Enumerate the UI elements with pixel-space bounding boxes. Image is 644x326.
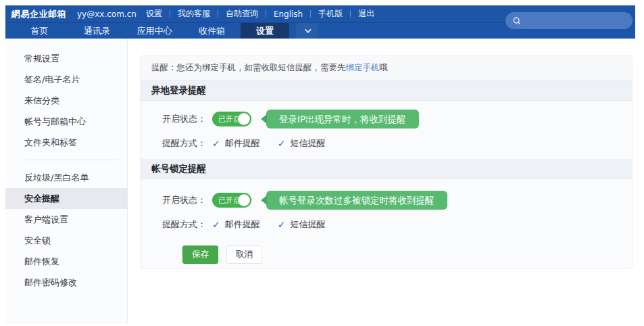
tab-home[interactable]: 首页 [11,23,68,39]
topbar-link-english[interactable]: English [271,9,305,19]
notice-suffix: 哦 [380,62,389,74]
chevron-down-icon [304,26,311,33]
notice-text: 提醒：您还为绑定手机，如需收取短信提醒，需要先 [151,62,346,74]
topbar-link-mobile[interactable]: 手机版 [316,8,345,20]
topbar-link-logout[interactable]: 退出 [355,8,377,20]
section-header-account-lock: 帐号锁定提醒 [141,159,632,179]
sidebar-item-signature[interactable]: 签名/电子名片 [5,69,127,90]
methods-row: 提醒方式： ✓ 邮件提醒 ✓ 短信提醒 [162,133,632,154]
account-lock-tooltip: 帐号登录次数过多被锁定时将收到提醒 [266,191,447,210]
divider [218,10,218,18]
section-body-account-lock: 开启状态： 已开启 帐号登录次数过多被锁定时将收到提醒 提醒方式： ✓ 邮件提醒… [141,179,632,265]
section-header-remote-login: 异地登录提醒 [141,80,632,101]
divider [266,10,266,18]
checkbox-sms-alert[interactable]: ✓ 短信提醒 [278,218,326,231]
bind-phone-notice: 提醒：您还为绑定手机，如需收取短信提醒，需要先绑定手机哦 [141,56,632,80]
check-icon: ✓ [278,138,286,149]
check-icon: ✓ [278,219,286,230]
security-alerts-panel: 提醒：您还为绑定手机，如需收取短信提醒，需要先绑定手机哦 异地登录提醒 开启状态… [140,55,633,269]
method-label: 邮件提醒 [225,137,260,149]
methods-label: 提醒方式： [162,137,212,149]
divider [310,10,311,18]
methods-row: 提醒方式： ✓ 邮件提醒 ✓ 短信提醒 [162,214,632,235]
tab-app-center[interactable]: 应用中心 [126,23,183,39]
checkbox-email-alert[interactable]: ✓ 邮件提醒 [212,137,260,149]
topbar-links: 设置 我的客服 自助查询 English 手机版 退出 [143,8,377,20]
status-label: 开启状态： [162,194,212,206]
bind-phone-link[interactable]: 绑定手机 [346,62,380,74]
save-button[interactable]: 保存 [182,246,218,264]
sidebar-item-password-change[interactable]: 邮件密码修改 [5,272,127,293]
sidebar-item-security-lock[interactable]: 安全锁 [5,230,127,251]
divider [170,10,170,18]
tab-contacts[interactable]: 通讯录 [68,23,126,39]
section-body-remote-login: 开启状态： 已开启 登录IP出现异常时，将收到提醒 提醒方式： ✓ 邮件提醒 ✓… [141,101,632,159]
status-row: 开启状态： 已开启 帐号登录次数过多被锁定时将收到提醒 [162,190,632,210]
sidebar-item-account-center[interactable]: 帐号与邮箱中心 [5,111,127,132]
tab-inbox[interactable]: 收件箱 [183,23,241,39]
topbar-link-settings[interactable]: 设置 [143,8,165,20]
remote-login-toggle[interactable]: 已开启 [212,112,251,126]
methods-group: ✓ 邮件提醒 ✓ 短信提醒 [212,137,343,149]
topbar-link-support[interactable]: 我的客服 [175,8,213,20]
sidebar-item-mail-sorting[interactable]: 来信分类 [5,90,127,111]
nav-more-dropdown[interactable] [296,23,318,39]
method-label: 短信提醒 [290,218,325,231]
check-icon: ✓ [212,219,220,230]
topbar-link-selfservice[interactable]: 自助查询 [223,8,261,20]
sidebar-item-security-alerts[interactable]: 安全提醒 [5,188,127,209]
sidebar-item-mail-recovery[interactable]: 邮件恢复 [5,251,127,272]
method-label: 邮件提醒 [225,218,260,231]
sidebar-divider [24,160,119,160]
action-buttons: 保存 取消 [182,246,632,264]
tab-settings[interactable]: 设置 [241,23,289,39]
remote-login-tooltip: 登录IP出现异常时，将收到提醒 [266,110,419,129]
account-email: yy@xx.com.cn [77,9,137,19]
brand-logo[interactable]: 網易企业邮箱 [11,8,66,20]
sidebar-item-antispam[interactable]: 反垃圾/黑白名单 [5,167,127,188]
search-box[interactable] [505,12,633,29]
divider [350,10,351,18]
search-input[interactable] [526,16,627,26]
settings-sidebar: 常规设置 签名/电子名片 来信分类 帐号与邮箱中心 文件夹和标签 反垃圾/黑白名… [5,39,128,323]
checkbox-email-alert[interactable]: ✓ 邮件提醒 [212,218,260,231]
status-row: 开启状态： 已开启 登录IP出现异常时，将收到提醒 [162,109,632,129]
section-title: 帐号锁定提醒 [151,163,206,175]
sidebar-item-general[interactable]: 常规设置 [5,48,127,69]
header: 網易企业邮箱 yy@xx.com.cn 设置 我的客服 自助查询 English… [5,5,635,39]
status-label: 开启状态： [162,113,212,125]
check-icon: ✓ [212,138,220,149]
methods-group: ✓ 邮件提醒 ✓ 短信提醒 [212,218,343,231]
sidebar-item-client-settings[interactable]: 客户端设置 [5,209,127,230]
search-icon [512,16,522,26]
toggle-knob [238,113,250,125]
sidebar-item-folders-labels[interactable]: 文件夹和标签 [5,132,127,153]
checkbox-sms-alert[interactable]: ✓ 短信提醒 [278,137,326,149]
account-lock-toggle[interactable]: 已开启 [212,193,251,208]
section-title: 异地登录提醒 [151,85,206,97]
cancel-button[interactable]: 取消 [226,246,262,264]
methods-label: 提醒方式： [162,218,212,231]
toggle-knob [238,194,250,206]
method-label: 短信提醒 [290,137,325,149]
